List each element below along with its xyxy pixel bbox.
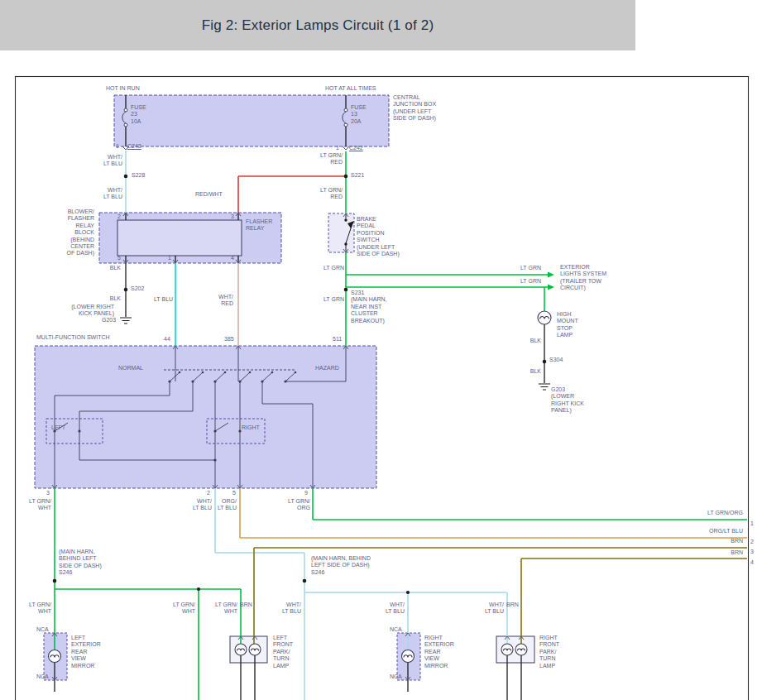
label-wht-ltblu-d: WHT/ LT BLU [276,602,301,616]
brake-pedal-switch-box [328,213,354,252]
label-brake-pedal-switch: BRAKE PEDAL POSITION SWITCH (UNDER LEFT … [357,216,400,257]
label-g203-right: G203 (LOWER RIGHT KICK PANEL) [551,386,584,415]
label-lt-grn-a: LT GRN [321,265,344,271]
label-s304: S304 [549,357,563,363]
label-c243: C243 [127,143,141,150]
label-s221: S221 [351,172,364,179]
label-fuse-13: FUSE 13 20A [351,104,367,125]
label-g203-left: G203 [102,317,116,324]
label-edge-2: 2 [750,539,754,545]
label-ltgrn-org-a: LT GRN/ ORG [284,498,310,512]
label-lt-grn-c: LT GRN [518,265,541,271]
label-lt-grn-b: LT GRN [321,296,344,303]
label-right: RIGHT [242,424,260,431]
label-c242: C242 [349,145,363,151]
label-relay-pin3: 3 [231,213,234,220]
label-hot-in-run: HOT IN RUN [106,85,140,92]
label-s231: S231 (MAIN HARN, NEAR INST CLUSTER BREAK… [351,290,387,324]
label-wht-ltblu-c: WHT/ LT BLU [184,498,212,512]
label-hazard: HAZARD [315,365,339,372]
label-brn-edge4: BRN [708,549,743,556]
label-wht-ltblu-b: WHT/ LT BLU [91,187,122,201]
label-nca-a: NCA [36,626,49,633]
label-edge-4: 4 [750,559,754,566]
label-brn-b: BRN [506,602,519,608]
label-lt-grn-d: LT GRN [518,278,541,285]
label-high-mount-stop-lamp: HIGH MOUNT STOP LAMP [557,311,578,339]
label-mfs-pin385: 385 [224,336,234,343]
label-central-junction-box: CENTRAL JUNCTION BOX (UNDER LEFT SIDE OF… [393,94,436,122]
label-blk-b: BLK [98,295,121,302]
label-blower-flasher-relay-block: BLOWER/ FLASHER RELAY BLOCK (BEHIND CENT… [31,209,94,257]
label-mfs-pin3: 3 [46,490,50,496]
label-right-mirror: RIGHT EXTERIOR REAR VIEW MIRROR [424,635,454,669]
label-edge-3: 3 [750,549,754,555]
label-c242-pin: 1 [336,145,339,151]
label-ltgrn-red-a: LT GRN/ RED [311,152,343,166]
label-org-ltblu-a: ORG/ LT BLU [213,498,237,512]
label-s228: S228 [132,172,145,179]
label-ltgrn-wht-a: LT GRN/ WHT [22,498,51,512]
high-mount-stop-lamp-bulb [538,311,551,324]
label-wht-ltblu-f: WHT/ LT BLU [479,602,504,616]
label-mfs-pin5: 5 [232,490,236,496]
label-normal: NORMAL [118,365,143,372]
label-mfs-pin2: 2 [207,490,210,496]
label-mfs-pin9: 9 [304,490,308,496]
label-harn-mid-s246: (MAIN HARN, BEHIND LEFT SIDE OF DASH) S2… [311,555,371,576]
label-relay-pin5: 5 [117,255,121,261]
label-fuse-23: FUSE 23 10A [131,104,146,125]
label-left-front-lamp: LEFT FRONT PARK/ TURN LAMP [273,635,293,669]
label-ltgrn-red-b: LT GRN/ RED [311,187,343,201]
wiring-diagram-page: HOT IN RUN HOT AT ALL TIMES FUSE 23 10A … [0,0,762,700]
label-c243-pin: 1 [116,143,119,150]
label-left-mirror: LEFT EXTERIOR REAR VIEW MIRROR [71,635,101,669]
label-nca-d: NCA [390,674,402,680]
wires-org [240,488,747,538]
label-wht-ltblu-e: WHT/ LT BLU [380,602,405,616]
label-org-ltblu-edge: ORG/LT BLU [685,528,743,535]
label-relay-pin1: 1 [168,255,171,261]
label-ltgrn-wht-d: LT GRN/ WHT [208,602,237,616]
label-ltgrn-wht-b: LT GRN/ WHT [22,602,51,616]
label-right-front-lamp: RIGHT FRONT PARK/ TURN LAMP [539,635,559,669]
ground-symbol-left [120,318,132,324]
page-title: Fig 2: Exterior Lamps Circuit (1 of 2) [202,17,434,34]
label-exterior-lights-system: EXTERIOR LIGHTS SYSTEM (TRAILER TOW CIRC… [560,264,606,292]
label-hot-at-all-times: HOT AT ALL TIMES [325,85,376,92]
label-wht-ltblu-a: WHT/ LT BLU [91,154,122,168]
label-relay-pin2: 2 [117,213,121,220]
exterior-lights-arrow-1 [548,272,554,278]
label-edge-1: 1 [750,520,754,527]
label-relay-pin4: 4 [231,255,234,261]
ground-symbol-right [539,384,550,390]
label-brn-edge3: BRN [708,538,743,544]
label-harn-left-s246: (MAIN HARN, BEHIND LEFT SIDE OF DASH) S2… [59,549,102,577]
right-mirror-bulb [402,650,415,663]
exterior-lights-arrow-2 [548,285,554,290]
flasher-relay-box [117,220,242,256]
label-mfs-pin44: 44 [164,336,170,343]
label-lt-blu: LT BLU [154,296,173,303]
label-g203-left-note: (LOWER RIGHT KICK PANEL) [48,304,114,318]
label-red-wht: RED/WHT [195,191,223,198]
label-ltgrn-org-edge: LT GRN/ORG [685,510,743,516]
left-mirror-bulb [49,650,61,663]
circuit-diagram [0,0,762,700]
label-blk-a: BLK [98,265,121,271]
label-blk-d: BLK [520,368,541,375]
label-multi-function-switch: MULTI-FUNCTION SWITCH [36,334,110,341]
central-junction-box [114,95,389,146]
label-brn-a: BRN [240,602,252,608]
label-left: LEFT [51,424,65,431]
label-blk-c: BLK [520,338,541,344]
label-nca-c: NCA [390,626,402,633]
label-nca-b: NCA [36,674,49,680]
label-flasher-relay: FLASHER RELAY [246,218,272,233]
label-ltgrn-wht-c: LT GRN/ WHT [165,602,195,616]
label-s202: S202 [131,285,144,292]
label-mfs-pin511: 511 [333,336,342,343]
header-bar: Fig 2: Exterior Lamps Circuit (1 of 2) [0,0,635,50]
label-wht-red: WHT/ RED [208,294,233,308]
